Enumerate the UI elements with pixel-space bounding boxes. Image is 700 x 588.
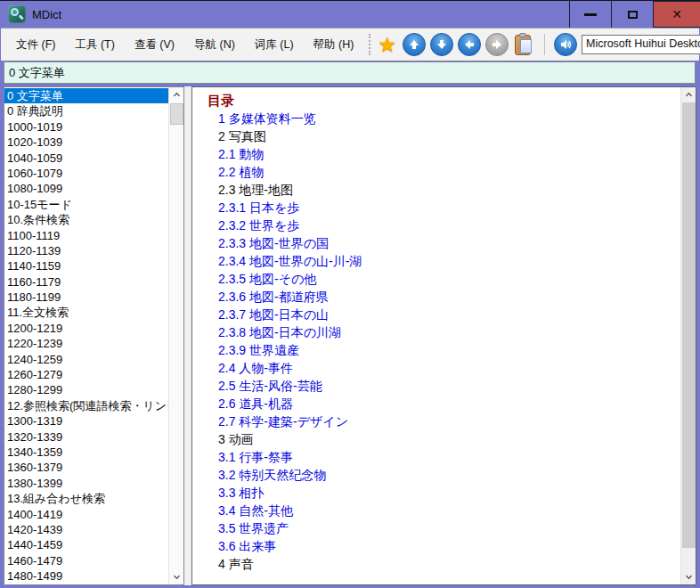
toc-content: 目录 1 多媒体资料一览2 写真图2.1 動物2.2 植物2.3 地理-地图2.… (192, 91, 678, 573)
menu-item[interactable]: 词库 (L) (245, 29, 304, 61)
list-item[interactable]: 1140-1159 (4, 258, 168, 274)
scroll-down-arrow-icon[interactable] (169, 569, 184, 584)
toc-entry: 2.3 地理-地图 (218, 181, 678, 199)
menu-bar: 文件 (F)工具 (T)查看 (V)导航 (N)词库 (L)帮助 (H) (6, 29, 363, 61)
toc-entry[interactable]: 3.3 相扑 (218, 484, 678, 502)
toc-entry[interactable]: 1 多媒体资料一览 (218, 110, 678, 127)
menu-toolbar-row: 文件 (F)工具 (T)查看 (V)导航 (N)词库 (L)帮助 (H) ★ (1, 28, 699, 61)
toolbar-separator (544, 34, 545, 55)
menu-item[interactable]: 查看 (V) (125, 29, 184, 61)
toc-entry[interactable]: 3.2 特别天然纪念物 (218, 466, 678, 484)
definition-panel: 目录 1 多媒体资料一览2 写真图2.1 動物2.2 植物2.3 地理-地图2.… (191, 86, 696, 585)
list-item[interactable]: 11.全文検索 (4, 305, 168, 320)
toc-entry[interactable]: 2.3.6 地図-都道府県 (218, 288, 678, 306)
toc-entry[interactable]: 2.3.2 世界を歩 (218, 216, 678, 234)
toc-title: 目录 (208, 91, 678, 110)
title-bar: MDict ✕ (0, 1, 700, 28)
toc-entry[interactable]: 2.7 科学-建築-デザイン (218, 412, 678, 430)
list-item[interactable]: 10.条件検索 (4, 212, 168, 227)
list-item[interactable]: 1200-1219 (4, 321, 168, 336)
toc-entry[interactable]: 2.5 生活-风俗-芸能 (218, 377, 678, 395)
toc-list: 1 多媒体资料一览2 写真图2.1 動物2.2 植物2.3 地理-地图2.3.1… (208, 110, 678, 573)
list-item[interactable]: 1300-1319 (4, 413, 168, 429)
forward-button[interactable] (485, 33, 509, 56)
list-item[interactable]: 0 文字菜单 (4, 88, 168, 103)
toc-entry[interactable]: 3.4 自然-其他 (218, 502, 678, 519)
close-button[interactable]: ✕ (653, 1, 700, 28)
query-value: 0 文字菜单 (4, 65, 65, 81)
minimize-icon (584, 13, 597, 16)
query-field[interactable]: 0 文字菜单 (4, 61, 696, 84)
list-scrollbar[interactable] (168, 87, 183, 584)
list-item[interactable]: 1160-1179 (4, 274, 168, 290)
list-item[interactable]: 1000-1019 (4, 119, 168, 135)
scroll-down-button[interactable] (430, 33, 453, 56)
list-item[interactable]: 1040-1059 (4, 151, 168, 166)
list-item[interactable]: 1240-1259 (4, 352, 168, 367)
list-item[interactable]: 12.参照検索(関連語検索・リンク (4, 398, 168, 413)
list-item[interactable]: 1420-1439 (4, 522, 168, 537)
toc-entry[interactable]: 2.3.7 地図-日本の山 (218, 306, 678, 323)
toc-entry[interactable]: 2.3.5 地図-その他 (218, 270, 678, 288)
menu-item[interactable]: 帮助 (H) (304, 29, 364, 61)
scroll-up-button[interactable] (403, 33, 426, 56)
list-item[interactable]: 1100-1119 (4, 228, 168, 243)
back-button[interactable] (458, 33, 481, 56)
list-scrollbar-thumb[interactable] (170, 103, 183, 125)
list-item[interactable]: 0 辞典説明 (4, 103, 168, 118)
arrow-down-icon (436, 39, 447, 50)
entry-list: 0 文字菜单0 辞典説明1000-10191020-10391040-10591… (4, 88, 168, 585)
list-item[interactable]: 1360-1379 (4, 460, 168, 475)
toc-entry[interactable]: 2.3.3 地図-世界の国 (218, 234, 678, 252)
favorites-star-icon[interactable]: ★ (378, 35, 396, 55)
paste-clipboard-icon[interactable] (515, 33, 533, 56)
list-item[interactable]: 1400-1419 (4, 507, 168, 522)
list-item[interactable]: 1280-1299 (4, 382, 168, 397)
panel-splitter[interactable] (184, 86, 191, 585)
list-item[interactable]: 1340-1359 (4, 445, 168, 460)
mdict-logo-icon (8, 5, 26, 23)
list-item[interactable]: 1440-1459 (4, 537, 168, 552)
toolbar: ★ Micro (378, 33, 700, 56)
toc-entry[interactable]: 2.1 動物 (218, 145, 678, 163)
toc-entry[interactable]: 2.3.9 世界遺産 (218, 341, 678, 359)
toc-entry[interactable]: 2.2 植物 (218, 163, 678, 181)
toc-entry: 4 声音 (218, 555, 678, 573)
list-item[interactable]: 1460-1479 (4, 553, 168, 568)
menu-item[interactable]: 文件 (F) (6, 29, 65, 61)
scroll-up-arrow-icon[interactable] (681, 87, 696, 102)
list-item[interactable]: 1120-1139 (4, 243, 168, 258)
list-item[interactable]: 1500-1519 (4, 584, 168, 586)
list-item[interactable]: 1480-1499 (4, 568, 168, 584)
tts-voice-combobox[interactable]: Microsoft Huihui Desktop - C (582, 35, 700, 54)
list-item[interactable]: 1080-1099 (4, 181, 168, 196)
toc-entry[interactable]: 3.5 世界遗产 (218, 519, 678, 537)
list-item[interactable]: 10-15モード (4, 197, 168, 212)
list-item[interactable]: 1320-1339 (4, 429, 168, 445)
menu-item[interactable]: 导航 (N) (184, 29, 245, 61)
toc-entry[interactable]: 2.3.4 地図-世界の山-川-湖 (218, 252, 678, 270)
list-item[interactable]: 1020-1039 (4, 135, 168, 150)
toc-entry[interactable]: 2.6 道具-机器 (218, 395, 678, 412)
toc-entry[interactable]: 2.3.1 日本を歩 (218, 199, 678, 216)
toolbar-drag-handle[interactable] (369, 34, 370, 55)
list-item[interactable]: 1380-1399 (4, 476, 168, 491)
toc-entry[interactable]: 2.4 人物-事件 (218, 359, 678, 377)
content-scrollbar-thumb[interactable] (682, 102, 696, 548)
toc-entry[interactable]: 3.1 行事-祭事 (218, 448, 678, 466)
maximize-button[interactable] (611, 1, 653, 28)
list-item[interactable]: 13.組み合わせ検索 (4, 491, 168, 506)
minimize-button[interactable] (569, 1, 611, 28)
toc-entry: 2 写真图 (218, 127, 678, 145)
toc-entry[interactable]: 2.3.8 地図-日本の川湖 (218, 323, 678, 341)
scroll-up-arrow-icon[interactable] (169, 87, 184, 102)
menu-item[interactable]: 工具 (T) (65, 29, 124, 61)
list-item[interactable]: 1220-1239 (4, 336, 168, 351)
speak-button[interactable] (554, 33, 577, 56)
list-item[interactable]: 1180-1199 (4, 290, 168, 305)
toc-entry[interactable]: 3.6 出来事 (218, 537, 678, 555)
scroll-down-arrow-icon[interactable] (681, 569, 696, 584)
list-item[interactable]: 1260-1279 (4, 367, 168, 382)
content-scrollbar[interactable] (680, 87, 696, 584)
list-item[interactable]: 1060-1079 (4, 166, 168, 181)
